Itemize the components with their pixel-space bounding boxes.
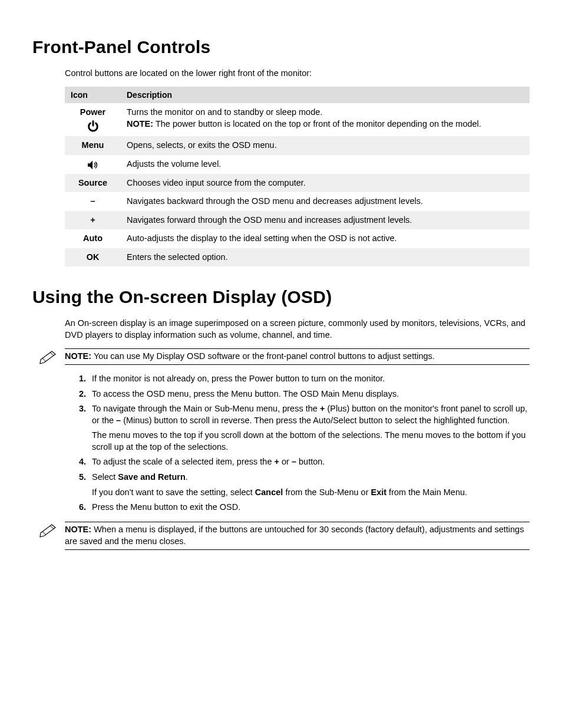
desc-cell-menu: Opens, selects, or exits the OSD menu.	[121, 136, 530, 155]
table-row: + Navigates forward through the OSD menu…	[65, 211, 530, 230]
desc-cell-source: Chooses video input source from the comp…	[121, 174, 530, 193]
power-icon	[87, 120, 100, 133]
osd-steps-list: If the monitor is not already on, press …	[65, 373, 530, 513]
desc-cell-volume: Adjusts the volume level.	[121, 155, 530, 174]
icon-cell-volume	[65, 155, 121, 174]
icon-cell-source: Source	[65, 174, 121, 193]
table-row: Power Turns the monitor on and to standb…	[65, 103, 530, 136]
step-1: If the monitor is not already on, press …	[88, 373, 530, 385]
table-row: OK Enters the selected option.	[65, 248, 530, 267]
section2-intro: An On-screen display is an image superim…	[65, 318, 530, 341]
section-heading-osd: Using the On-screen Display (OSD)	[32, 285, 530, 309]
step-6: Press the Menu button to exit the OSD.	[88, 502, 530, 513]
step-4: To adjust the scale of a selected item, …	[88, 456, 530, 468]
step-5-sub: If you don't want to save the setting, s…	[92, 487, 530, 499]
icon-cell-auto: Auto	[65, 229, 121, 248]
table-row: Auto Auto-adjusts the display to the ide…	[65, 229, 530, 248]
table-row: Source Chooses video input source from t…	[65, 174, 530, 193]
icon-cell-power: Power	[65, 103, 121, 136]
power-label: Power	[80, 107, 106, 117]
note1-body: You can use My Display OSD software or t…	[91, 351, 435, 361]
controls-table: Icon Description Power Turns the monitor…	[65, 87, 530, 267]
step-3: To navigate through the Main or Sub-Menu…	[88, 403, 530, 453]
desc-cell-minus: Navigates backward through the OSD menu …	[121, 192, 530, 211]
section1-intro: Control buttons are located on the lower…	[65, 68, 530, 80]
note-lead: NOTE:	[127, 119, 153, 129]
desc-cell-ok: Enters the selected option.	[121, 248, 530, 267]
note-block-2: NOTE: When a menu is displayed, if the b…	[65, 522, 530, 550]
icon-cell-plus: +	[65, 211, 121, 230]
step-2: To access the OSD menu, press the Menu b…	[88, 388, 530, 400]
note2-lead: NOTE:	[65, 525, 91, 534]
icon-cell-minus: –	[65, 192, 121, 211]
th-description: Description	[121, 87, 530, 104]
icon-cell-ok: OK	[65, 248, 121, 267]
table-row: Adjusts the volume level.	[65, 155, 530, 174]
pencil-note-icon	[39, 350, 59, 364]
pencil-note-icon	[39, 523, 59, 538]
volume-icon	[87, 160, 100, 170]
step-3-sub: The menu moves to the top if you scroll …	[92, 430, 530, 453]
note-block-1: NOTE: You can use My Display OSD softwar…	[65, 348, 530, 365]
section-heading-front-panel: Front-Panel Controls	[32, 35, 530, 60]
step-5: Select Save and Return. If you don't wan…	[88, 472, 530, 498]
desc-cell-plus: Navigates forward through the OSD menu a…	[121, 211, 530, 230]
icon-cell-menu: Menu	[65, 136, 121, 155]
note1-lead: NOTE:	[65, 351, 91, 361]
table-row: – Navigates backward through the OSD men…	[65, 192, 530, 211]
desc-cell-auto: Auto-adjusts the display to the ideal se…	[121, 229, 530, 248]
table-row: Menu Opens, selects, or exits the OSD me…	[65, 136, 530, 155]
th-icon: Icon	[65, 87, 121, 104]
note2-body: When a menu is displayed, if the buttons…	[65, 525, 524, 546]
desc-cell-power: Turns the monitor on and to standby or s…	[121, 103, 530, 136]
